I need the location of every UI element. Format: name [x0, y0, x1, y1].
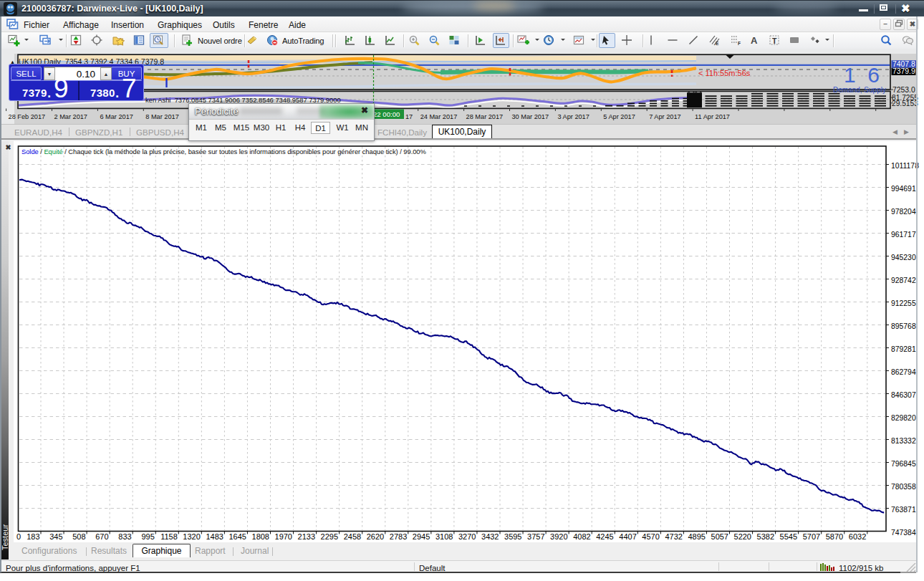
- svg-text:912255: 912255: [891, 299, 916, 307]
- svg-text:3 Apr 2017: 3 Apr 2017: [557, 113, 589, 120]
- svg-text:2945: 2945: [413, 532, 430, 541]
- svg-text:895768: 895768: [891, 322, 916, 330]
- svg-text:833: 833: [118, 532, 131, 541]
- svg-text:7 Apr 2017: 7 Apr 2017: [649, 113, 680, 120]
- svg-text:345: 345: [49, 532, 62, 541]
- svg-text:6032: 6032: [849, 532, 866, 541]
- svg-text:E: E: [716, 41, 719, 46]
- svg-text:22 00:00: 22 00:00: [373, 110, 400, 118]
- svg-text:< 11h:55m:56s: < 11h:55m:56s: [698, 69, 751, 77]
- svg-text:1483: 1483: [206, 532, 223, 541]
- svg-text:2458: 2458: [344, 532, 361, 541]
- svg-text:F: F: [738, 41, 741, 46]
- svg-text:4082: 4082: [573, 532, 590, 541]
- svg-text:5 Apr 2017: 5 Apr 2017: [603, 113, 635, 120]
- svg-text:994691: 994691: [891, 185, 916, 193]
- svg-text:17: 17: [405, 113, 413, 120]
- svg-text:1645: 1645: [228, 532, 246, 541]
- svg-text:4407: 4407: [619, 532, 636, 541]
- svg-text:2620: 2620: [367, 532, 384, 541]
- svg-text:T: T: [772, 37, 777, 45]
- svg-text:24 Mar 2017: 24 Mar 2017: [420, 113, 458, 120]
- svg-text:3270: 3270: [458, 532, 476, 541]
- svg-text:961717: 961717: [891, 231, 916, 239]
- svg-text:29.5153: 29.5153: [892, 100, 918, 107]
- svg-text:829820: 829820: [891, 414, 916, 422]
- svg-text:0: 0: [16, 532, 21, 541]
- svg-text:1808: 1808: [252, 532, 269, 541]
- svg-text:4732: 4732: [665, 532, 682, 541]
- svg-text:28 Feb 2017: 28 Feb 2017: [9, 113, 46, 120]
- svg-text:Demand, Supply: Demand, Supply: [833, 86, 886, 94]
- svg-text:796845: 796845: [891, 460, 916, 468]
- svg-text:183: 183: [27, 532, 39, 541]
- svg-text:28 Mar 2017: 28 Mar 2017: [466, 113, 504, 120]
- svg-text:6 Mar 2017: 6 Mar 2017: [100, 113, 133, 120]
- svg-text:1320: 1320: [183, 532, 200, 541]
- svg-text:945230: 945230: [891, 254, 916, 261]
- svg-text:5707: 5707: [803, 532, 820, 541]
- svg-text:11 Apr 2017: 11 Apr 2017: [695, 113, 730, 120]
- svg-text:5870: 5870: [826, 532, 843, 541]
- svg-text:995: 995: [141, 532, 154, 541]
- svg-text:1970: 1970: [275, 532, 292, 541]
- svg-text:7379.9: 7379.9: [892, 67, 915, 75]
- svg-text:2 Mar 2017: 2 Mar 2017: [54, 113, 87, 120]
- svg-text:1158: 1158: [160, 532, 178, 541]
- svg-text:2783: 2783: [390, 532, 407, 541]
- svg-text:ken Ashi 7376.0845 7341.9006: ken Ashi 7376.0845 7341.9006 7352.8546 7…: [145, 96, 341, 104]
- svg-text:747384: 747384: [891, 529, 916, 537]
- svg-text:978204: 978204: [891, 208, 916, 216]
- svg-text:1011178: 1011178: [891, 162, 919, 170]
- svg-text:5220: 5220: [734, 532, 751, 541]
- svg-text:4245: 4245: [596, 532, 613, 541]
- svg-text:30 Mar 2017: 30 Mar 2017: [512, 113, 549, 120]
- svg-text:780358: 780358: [891, 483, 916, 491]
- svg-text:4895: 4895: [688, 532, 705, 541]
- svg-text:3108: 3108: [435, 532, 453, 541]
- svg-text:846307: 846307: [891, 391, 916, 399]
- svg-text:3432: 3432: [481, 532, 499, 541]
- svg-text:8 Mar 2017: 8 Mar 2017: [145, 113, 178, 120]
- svg-text:763871: 763871: [891, 506, 916, 514]
- svg-text:879281: 879281: [891, 345, 916, 353]
- svg-text:5057: 5057: [711, 532, 728, 541]
- svg-text:670: 670: [95, 532, 108, 541]
- svg-text:3595: 3595: [504, 532, 521, 541]
- svg-text:1 6: 1 6: [844, 63, 880, 87]
- svg-text:4570: 4570: [642, 532, 659, 541]
- svg-text:862794: 862794: [891, 368, 916, 376]
- svg-text:2133: 2133: [298, 532, 315, 541]
- svg-text:Solde / Equité / Chaque tick (: Solde / Equité / Chaque tick (la méthode…: [21, 148, 426, 155]
- svg-text:928742: 928742: [891, 277, 916, 284]
- svg-text:A: A: [751, 35, 758, 46]
- svg-text:3920: 3920: [550, 532, 567, 541]
- svg-text:7253.0: 7253.0: [892, 86, 915, 94]
- svg-text:2295: 2295: [321, 532, 338, 541]
- svg-text:5382: 5382: [757, 532, 774, 541]
- svg-text:813332: 813332: [891, 437, 916, 445]
- svg-text:5545: 5545: [780, 532, 797, 541]
- svg-text:508: 508: [72, 532, 85, 541]
- svg-text:3757: 3757: [527, 532, 544, 541]
